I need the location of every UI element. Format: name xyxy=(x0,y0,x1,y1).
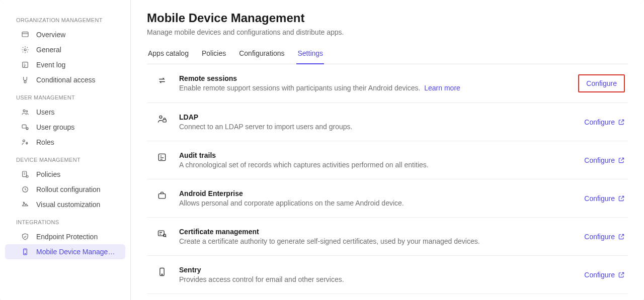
setting-remote-sessions: Remote sessions Enable remote support se… xyxy=(147,64,628,103)
sidebar-section-integrations: INTEGRATIONS xyxy=(0,212,130,229)
sidebar-item-roles[interactable]: Roles xyxy=(5,135,125,150)
external-link-icon xyxy=(618,157,625,164)
sidebar-item-label: Conditional access xyxy=(36,76,96,84)
phone-icon xyxy=(157,267,167,277)
setting-apple-mdm-certificate: Apple MDM Certificate Apple requires you… xyxy=(147,294,628,300)
sidebar-item-label: Event log xyxy=(36,61,65,69)
setting-title: Audit trails xyxy=(179,151,572,159)
users-icon xyxy=(21,108,29,116)
sidebar-item-event-log[interactable]: Event log xyxy=(5,57,125,72)
setting-title: Sentry xyxy=(179,266,572,274)
setting-desc: Connect to an LDAP server to import user… xyxy=(179,123,572,131)
certificate-icon xyxy=(157,229,167,239)
sidebar-section-user: USER MANAGEMENT xyxy=(0,87,130,105)
configure-certificate-button[interactable]: Configure xyxy=(584,233,625,241)
sidebar-item-label: User groups xyxy=(36,123,74,131)
dashboard-icon xyxy=(21,31,29,39)
rollout-icon xyxy=(21,185,29,193)
tab-apps-catalog[interactable]: Apps catalog xyxy=(147,45,190,64)
setting-title: Remote sessions xyxy=(179,74,566,82)
roles-icon xyxy=(21,138,29,146)
external-link-icon xyxy=(618,195,625,202)
policies-icon xyxy=(21,170,29,178)
sidebar-item-visual-customization[interactable]: Visual customization xyxy=(5,197,125,212)
sidebar-item-overview[interactable]: Overview xyxy=(5,27,125,42)
sidebar-item-label: General xyxy=(36,46,61,54)
sidebar-item-label: Roles xyxy=(36,138,54,146)
ldap-icon xyxy=(157,114,167,124)
setting-desc: Enable remote support sessions with part… xyxy=(179,84,566,92)
configure-label: Configure xyxy=(584,156,615,164)
configure-sentry-button[interactable]: Configure xyxy=(584,271,625,279)
tab-configurations[interactable]: Configurations xyxy=(238,45,285,64)
sidebar-item-user-groups[interactable]: User groups xyxy=(5,120,125,135)
sidebar-item-conditional-access[interactable]: Conditional access xyxy=(5,72,125,87)
event-log-icon xyxy=(21,61,29,69)
settings-list: Remote sessions Enable remote support se… xyxy=(131,64,644,300)
sidebar-item-label: Policies xyxy=(36,170,60,178)
configure-label: Configure xyxy=(584,194,615,203)
setting-title: Android Enterprise xyxy=(179,189,572,197)
sidebar-item-policies[interactable]: Policies xyxy=(5,167,125,182)
configure-ldap-button[interactable]: Configure xyxy=(584,118,625,126)
setting-ldap: LDAP Connect to an LDAP server to import… xyxy=(147,103,628,141)
tab-settings[interactable]: Settings xyxy=(296,45,324,64)
swap-icon xyxy=(157,75,167,85)
configure-label: Configure xyxy=(584,271,615,279)
configure-android-enterprise-button[interactable]: Configure xyxy=(584,194,625,203)
sidebar-item-general[interactable]: General xyxy=(5,42,125,57)
main-content: Mobile Device Management Manage mobile d… xyxy=(131,0,644,300)
briefcase-icon xyxy=(157,190,167,201)
sidebar-item-endpoint-protection[interactable]: Endpoint Protection xyxy=(5,229,125,244)
sidebar-item-label: Users xyxy=(36,108,55,116)
setting-desc: A chronological set of records which cap… xyxy=(179,161,572,169)
configure-label: Configure xyxy=(584,233,615,241)
setting-desc: Allows personal and corporate applicatio… xyxy=(179,199,572,207)
user-groups-icon xyxy=(21,123,29,131)
sidebar-item-label: Visual customization xyxy=(36,201,100,209)
sidebar-section-org: ORGANIZATION MANAGEMENT xyxy=(0,10,130,27)
sidebar-item-users[interactable]: Users xyxy=(5,105,125,120)
audit-icon xyxy=(157,152,167,162)
configure-label: Configure xyxy=(586,79,617,87)
configure-label: Configure xyxy=(584,118,615,126)
setting-desc: Provides access control for email and ot… xyxy=(179,275,572,283)
setting-title: LDAP xyxy=(179,113,572,121)
external-link-icon xyxy=(618,271,625,278)
learn-more-link[interactable]: Learn more xyxy=(424,84,460,92)
sidebar-item-label: Rollout configuration xyxy=(36,185,101,193)
tabs: Apps catalog Policies Configurations Set… xyxy=(147,45,628,64)
mdm-icon xyxy=(21,248,29,256)
sidebar: ORGANIZATION MANAGEMENT Overview General… xyxy=(0,0,131,300)
main-header: Mobile Device Management Manage mobile d… xyxy=(131,0,644,64)
sidebar-section-device: DEVICE MANAGEMENT xyxy=(0,150,130,167)
setting-desc: Create a certificate authority to genera… xyxy=(179,237,572,245)
conditional-access-icon xyxy=(21,76,29,84)
sidebar-item-label: Mobile Device Managem... xyxy=(36,248,115,256)
setting-title: Certificate management xyxy=(179,228,572,236)
external-link-icon xyxy=(618,233,625,240)
sidebar-item-rollout[interactable]: Rollout configuration xyxy=(5,182,125,197)
tab-policies[interactable]: Policies xyxy=(201,45,227,64)
external-link-icon xyxy=(618,119,625,126)
page-subtitle: Manage mobile devices and configurations… xyxy=(147,28,628,36)
configure-remote-sessions-button[interactable]: Configure xyxy=(578,74,625,92)
setting-android-enterprise: Android Enterprise Allows personal and c… xyxy=(147,179,628,218)
sidebar-item-mdm[interactable]: Mobile Device Managem... xyxy=(5,244,125,259)
sidebar-item-label: Endpoint Protection xyxy=(36,233,98,241)
configure-audit-button[interactable]: Configure xyxy=(584,156,625,164)
gear-icon xyxy=(21,46,29,54)
page-title: Mobile Device Management xyxy=(147,11,628,25)
shield-icon xyxy=(21,233,29,241)
visual-icon xyxy=(21,201,29,209)
setting-audit-trails: Audit trails A chronological set of reco… xyxy=(147,141,628,179)
sidebar-item-label: Overview xyxy=(36,31,65,39)
setting-certificate-management: Certificate management Create a certific… xyxy=(147,218,628,256)
setting-sentry: Sentry Provides access control for email… xyxy=(147,256,628,294)
